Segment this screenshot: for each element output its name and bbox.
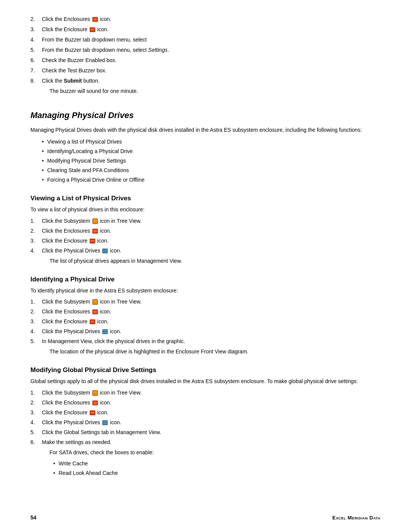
enclosure-icon — [89, 27, 96, 33]
list-item: 2. Click the Enclosures icon. — [30, 227, 381, 235]
list-item: 1. Click the Subsystem icon in Tree View… — [30, 298, 381, 306]
bullet-item: Viewing a list of Physical Drives — [42, 138, 381, 146]
svg-rect-20 — [93, 300, 97, 303]
svg-point-31 — [106, 331, 107, 331]
subsystem-icon — [92, 390, 98, 396]
list-item: 5. Click the Global Settings tab in Mana… — [30, 428, 381, 436]
enclosures-icon — [92, 16, 98, 22]
list-item: 8. Click the Submit button. — [30, 77, 381, 85]
svg-point-17 — [106, 250, 107, 251]
list-item: 4. Click the Physical Drives icon. — [30, 328, 381, 335]
list-item: 3. Click the Enclosure icon. — [30, 409, 381, 417]
enclosure-icon — [89, 410, 96, 416]
list-item: 5. From the Buzzer tab dropdown menu, se… — [30, 46, 381, 54]
svg-rect-13 — [91, 240, 94, 242]
bullet-item: Write Cache — [53, 460, 381, 468]
bullet-item: Clearing Stale and PFA Conditions — [42, 166, 381, 174]
viewing-list-title: Viewing a List of Physical Drives — [30, 195, 381, 202]
svg-rect-14 — [102, 249, 108, 253]
list-item: 2. Click the Enclosures icon. — [30, 15, 381, 23]
svg-rect-22 — [96, 303, 97, 304]
bullet-item: Forcing a Physical Drive Online or Offli… — [42, 176, 381, 184]
managing-physical-drives-section: Managing Physical Drives Managing Physic… — [30, 110, 381, 184]
physical-drives-icon — [102, 248, 108, 254]
list-item: 7. Check the Test Buzzer box. — [30, 67, 381, 75]
svg-rect-41 — [91, 412, 94, 414]
viewing-list-description: To view a list of physical drives in thi… — [30, 205, 381, 214]
list-item: 3. Click the Enclosure icon. — [30, 26, 381, 34]
enclosure-icon — [89, 238, 96, 244]
modifying-global-section: Modifying Global Physical Drive Settings… — [30, 366, 381, 477]
sata-bullets: Write Cache Read Look Ahead Cache — [30, 460, 381, 477]
svg-rect-8 — [96, 222, 97, 223]
viewing-list-note: The list of physical drives appears in M… — [30, 257, 381, 265]
svg-rect-28 — [102, 329, 108, 334]
company-name: Excel Meridian Data — [332, 515, 381, 521]
svg-rect-36 — [96, 394, 97, 395]
svg-rect-42 — [102, 420, 108, 425]
physical-drives-icon — [102, 420, 108, 426]
svg-rect-35 — [94, 394, 95, 395]
bullet-item: Modifying Physical Drive Settings — [42, 157, 381, 165]
list-item: 4. From the Buzzer tab dropdown menu, se… — [30, 36, 381, 44]
svg-point-46 — [106, 423, 107, 424]
identifying-steps: 1. Click the Subsystem icon in Tree View… — [30, 298, 381, 345]
enclosures-icon — [92, 400, 98, 406]
svg-point-32 — [106, 332, 107, 333]
bullet-item: Read Look Ahead Cache — [53, 469, 381, 477]
list-item: 2. Click the Enclosures icon. — [30, 399, 381, 407]
svg-rect-6 — [93, 219, 97, 222]
identifying-description: To identify physical drive in the Astra … — [30, 286, 381, 295]
sata-note: For SATA drives, check the boxes to enab… — [30, 449, 381, 457]
list-item: 4. Click the Physical Drives icon. — [30, 247, 381, 255]
svg-rect-1 — [93, 18, 97, 20]
bullet-item: Identifying/Locating a Physical Drive — [42, 147, 381, 155]
buzzer-note: The buzzer will sound for one minute. — [30, 87, 381, 95]
list-item: 6. Make the settings as needed. — [30, 438, 381, 446]
list-item: 2. Click the Enclosures icon. — [30, 308, 381, 316]
list-item: 6. Check the Buzzer Enabled box. — [30, 56, 381, 64]
identifying-note: The location of the physical drive is hi… — [30, 348, 381, 356]
enclosures-icon — [92, 228, 98, 234]
modifying-global-title: Modifying Global Physical Drive Settings — [30, 366, 381, 374]
list-item: 5. In Management View, click the physica… — [30, 337, 381, 345]
subsystem-icon — [92, 218, 98, 224]
svg-rect-24 — [93, 311, 97, 313]
page-number: 54 — [30, 514, 37, 521]
managing-physical-drives-bullets: Viewing a list of Physical Drives Identi… — [30, 138, 381, 184]
modifying-global-steps: 1. Click the Subsystem icon in Tree View… — [30, 389, 381, 446]
list-item: 1. Click the Subsystem icon in Tree View… — [30, 217, 381, 225]
enclosure-icon — [89, 319, 96, 325]
identifying-section: Identifying a Physical Drive To identify… — [30, 276, 381, 356]
subsystem-icon — [92, 299, 98, 305]
list-item: 1. Click the Subsystem icon in Tree View… — [30, 389, 381, 397]
list-item: 3. Click the Enclosure icon. — [30, 318, 381, 326]
svg-rect-21 — [94, 303, 95, 304]
svg-rect-27 — [91, 321, 94, 323]
modifying-global-description: Global settings apply to all of the phys… — [30, 377, 381, 385]
svg-rect-38 — [93, 402, 97, 404]
list-item: 4. Click the Physical Drives icon. — [30, 419, 381, 427]
page-footer: 54 Excel Meridian Data — [30, 514, 381, 521]
list-item: 3. Click the Enclosure icon. — [30, 237, 381, 245]
enclosures-icon — [92, 309, 98, 315]
svg-rect-7 — [94, 222, 95, 223]
svg-rect-10 — [93, 230, 97, 232]
svg-rect-4 — [91, 29, 94, 30]
top-continuation-list: 2. Click the Enclosures icon. 3. Click t… — [30, 15, 381, 95]
managing-physical-drives-title: Managing Physical Drives — [30, 110, 381, 120]
svg-point-18 — [106, 252, 107, 252]
svg-point-45 — [106, 422, 107, 422]
viewing-list-steps: 1. Click the Subsystem icon in Tree View… — [30, 217, 381, 255]
managing-physical-drives-description: Managing Physical Drives deals with the … — [30, 126, 381, 134]
identifying-title: Identifying a Physical Drive — [30, 276, 381, 283]
svg-rect-34 — [93, 391, 97, 394]
physical-drives-icon — [102, 329, 108, 335]
viewing-list-section: Viewing a List of Physical Drives To vie… — [30, 195, 381, 265]
